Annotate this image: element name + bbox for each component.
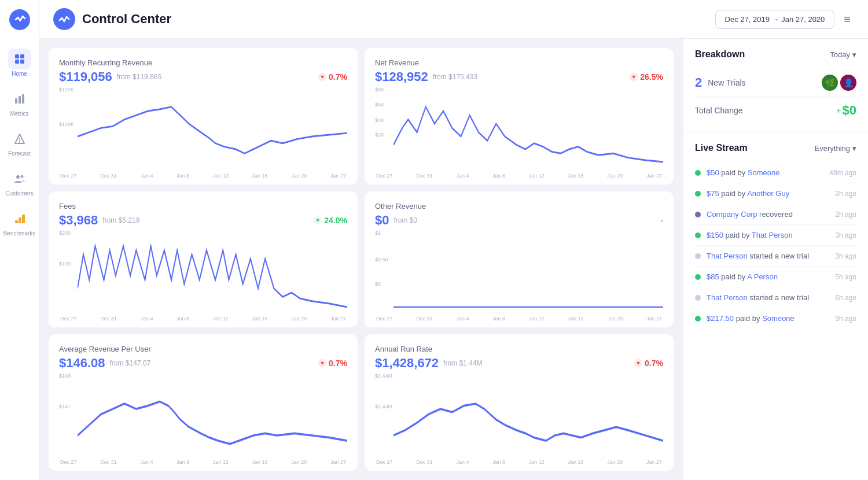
livestream-header: Live Stream Everything ▾	[695, 143, 856, 153]
chart-card-arpu: Average Revenue Per User $146.08 from $1…	[49, 334, 358, 471]
chart-svg-net-revenue: $8K $6K $4K $2K	[375, 86, 663, 171]
sidebar-item-customers[interactable]: Customers	[0, 164, 39, 201]
chart-svg-arpu: $148 $147	[59, 372, 347, 457]
chart-x-labels-fees: Dec 27 Dec 31 Jan 4 Jan 8 Jan 12 Jan 16 …	[59, 316, 347, 322]
chart-svg-mrr: $120K $119K	[59, 86, 347, 171]
right-panel: Breakdown Today ▾ 2 New Trials 🌿 👤	[683, 39, 868, 480]
chart-card-other-revenue: Other Revenue $0 from $0 - $1 $0.50 $0	[365, 191, 674, 328]
chart-title-arpu: Average Revenue Per User	[59, 345, 347, 353]
live-text-3: Company Corp recovered	[707, 210, 830, 219]
live-dot-8	[695, 316, 701, 322]
svg-rect-13	[19, 217, 21, 223]
svg-rect-5	[19, 96, 21, 104]
trial-avatars: 🌿 👤	[822, 75, 856, 91]
chart-badge-arr: ▼ 0.7%	[634, 359, 663, 368]
date-range-label: Dec 27, 2019 → Jan 27, 2020	[725, 15, 825, 24]
live-text-5: That Person started a new trial	[707, 252, 830, 260]
breakdown-filter[interactable]: Today ▾	[830, 50, 856, 59]
sidebar-item-benchmarks[interactable]: Benchmarks	[0, 204, 39, 241]
live-dot-1	[695, 170, 701, 176]
arrow-down-icon4: ▼	[634, 359, 642, 367]
live-link-person-5[interactable]: That Person	[707, 252, 748, 260]
live-link-person-6[interactable]: A Person	[747, 272, 778, 281]
svg-point-11	[20, 175, 23, 178]
live-text-7: That Person started a new trial	[707, 293, 830, 302]
live-dot-3	[695, 212, 701, 217]
chart-title-other-revenue: Other Revenue	[375, 202, 663, 211]
chart-card-mrr: Monthly Recurring Revenue $119,056 from …	[49, 48, 358, 184]
livestream-item-7: That Person started a new trial 6h ago	[695, 287, 856, 308]
chart-svg-arr: $1.44M $1.43M	[375, 372, 663, 457]
arrow-up-icon: ▼	[314, 216, 322, 224]
live-link-company[interactable]: Company Corp	[707, 210, 757, 219]
live-time-2: 2h ago	[835, 190, 856, 198]
chart-x-labels-other-revenue: Dec 27 Dec 31 Jan 4 Jan 8 Jan 12 Jan 16 …	[375, 316, 663, 322]
livestream-item-5: That Person started a new trial 3h ago	[695, 246, 856, 267]
live-link-person-2[interactable]: Another Guy	[747, 189, 789, 198]
live-dot-2	[695, 191, 701, 197]
svg-point-10	[16, 175, 20, 179]
arrow-down-icon2: ▼	[630, 73, 638, 81]
live-link-amount-8[interactable]: $217.50	[707, 314, 734, 323]
live-dot-5	[695, 253, 701, 259]
live-dot-7	[695, 295, 701, 301]
sidebar-logo	[9, 9, 30, 30]
chart-title-net-revenue: Net Revenue	[375, 58, 663, 67]
live-link-person-4[interactable]: That Person	[752, 231, 793, 239]
chart-badge-arpu: ▼ 0.7%	[318, 359, 347, 368]
livestream-item-3: Company Corp recovered 2h ago	[695, 204, 856, 225]
live-link-amount-1[interactable]: $50	[707, 168, 719, 177]
chart-from-mrr: from $119,865	[117, 73, 161, 81]
sidebar-label-forecast: Forecast	[8, 150, 31, 157]
live-link-amount-6[interactable]: $85	[707, 272, 719, 281]
live-time-7: 6h ago	[835, 294, 856, 302]
chart-from-arpu: from $147.07	[110, 359, 151, 367]
chart-svg-fees: $200 $100	[59, 229, 347, 314]
live-link-amount-4[interactable]: $150	[707, 231, 723, 239]
livestream-title: Live Stream	[695, 143, 748, 153]
sidebar-label-benchmarks: Benchmarks	[3, 230, 36, 237]
breakdown-row-trials: 2 New Trials 🌿 👤	[695, 69, 856, 97]
menu-button[interactable]: ≡	[840, 9, 854, 29]
sidebar-item-home[interactable]: Home	[0, 44, 39, 82]
svg-rect-4	[15, 98, 17, 104]
date-range-button[interactable]: Dec 27, 2019 → Jan 27, 2020	[715, 10, 835, 29]
chart-title-fees: Fees	[59, 202, 347, 211]
content-area: Monthly Recurring Revenue $119,056 from …	[39, 39, 868, 480]
header-logo	[53, 8, 75, 30]
chart-value-other-revenue: $0	[375, 213, 389, 228]
chart-value-fees: $3,968	[59, 213, 98, 228]
avatar-2: 👤	[840, 75, 856, 91]
live-link-amount-2[interactable]: $75	[707, 189, 719, 198]
live-link-person-8[interactable]: Someone	[762, 314, 795, 323]
svg-rect-2	[15, 60, 19, 64]
trial-label: New Trials	[708, 78, 745, 87]
total-change-value: $0	[843, 103, 856, 118]
live-text-4: $150 paid by That Person	[707, 231, 830, 239]
total-change-label: Total Change	[695, 106, 743, 115]
livestream-item-1: $50 paid by Someone 48m ago	[695, 163, 856, 183]
live-time-1: 48m ago	[829, 169, 856, 177]
chart-x-labels-arpu: Dec 27 Dec 31 Jan 4 Jan 8 Jan 12 Jan 16 …	[59, 459, 347, 465]
svg-point-9	[19, 142, 20, 143]
arrow-down-icon: ▼	[318, 73, 326, 81]
chart-badge-mrr: ▼ 0.7%	[318, 72, 347, 82]
live-link-person-7[interactable]: That Person	[707, 293, 748, 302]
trial-count: 2	[695, 75, 702, 90]
live-dot-4	[695, 232, 701, 238]
main-area: Control Center Dec 27, 2019 → Jan 27, 20…	[39, 0, 868, 480]
chart-from-arr: from $1.44M	[443, 359, 482, 367]
live-time-5: 3h ago	[835, 252, 856, 260]
livestream-item-6: $85 paid by A Person 5h ago	[695, 267, 856, 287]
avatar-1: 🌿	[822, 75, 838, 91]
page-title: Control Center	[82, 12, 715, 27]
livestream-filter[interactable]: Everything ▾	[815, 144, 856, 153]
svg-rect-3	[20, 60, 24, 64]
svg-rect-0	[15, 54, 19, 58]
chart-value-arr: $1,428,672	[375, 356, 439, 371]
sidebar-item-metrics[interactable]: Metrics	[0, 84, 39, 121]
sidebar-label-metrics: Metrics	[10, 110, 28, 117]
sidebar-item-forecast[interactable]: Forecast	[0, 124, 39, 161]
live-link-person-1[interactable]: Someone	[748, 168, 780, 177]
breakdown-title: Breakdown	[695, 49, 745, 60]
